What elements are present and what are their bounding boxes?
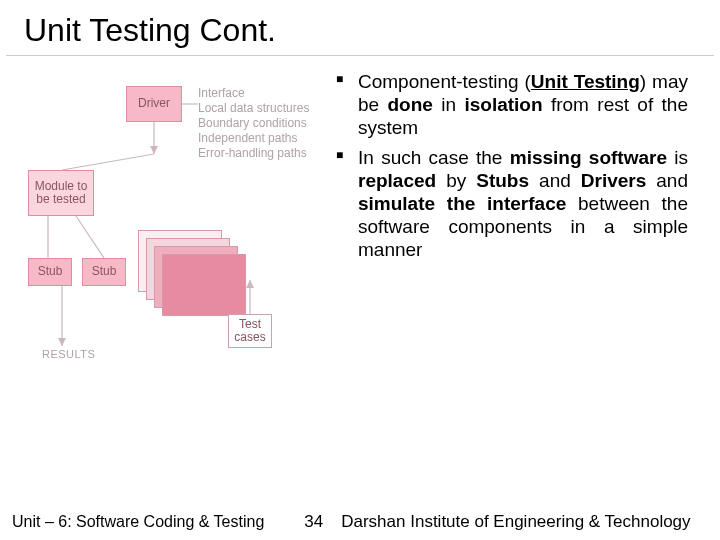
footer-unit: Unit – 6: Software Coding & Testing — [12, 513, 264, 531]
diagram-box-stub-2: Stub — [82, 258, 126, 286]
diagram-box-stub-1: Stub — [28, 258, 72, 286]
footer-institute: Darshan Institute of Engineering & Techn… — [341, 512, 710, 532]
diagram-card-4 — [162, 254, 246, 316]
bullet-item-0: Component-testing (Unit Testing) may be … — [336, 70, 688, 140]
diagram-column: Driver Module to be tested Stub Stub Tes… — [10, 70, 330, 380]
content-area: Driver Module to be tested Stub Stub Tes… — [0, 56, 720, 380]
text-column: Component-testing (Unit Testing) may be … — [330, 70, 710, 380]
footer-page-number: 34 — [304, 512, 323, 532]
bullet-list: Component-testing (Unit Testing) may be … — [336, 70, 688, 261]
diagram-box-driver: Driver — [126, 86, 182, 122]
unit-test-diagram: Driver Module to be tested Stub Stub Tes… — [18, 70, 318, 380]
svg-marker-9 — [246, 280, 254, 288]
svg-marker-1 — [150, 146, 158, 154]
svg-line-2 — [62, 154, 154, 170]
slide-title: Unit Testing Cont. — [6, 0, 714, 56]
bullet-item-1: In such case the missing software is rep… — [336, 146, 688, 262]
diagram-results-label: RESULTS — [42, 348, 95, 362]
diagram-side-list: InterfaceLocal data structuresBoundary c… — [198, 86, 328, 161]
svg-line-5 — [76, 216, 104, 258]
diagram-box-module: Module to be tested — [28, 170, 94, 216]
diagram-box-testcases: Test cases — [228, 314, 272, 348]
svg-marker-7 — [58, 338, 66, 346]
slide-footer: Unit – 6: Software Coding & Testing 34 D… — [0, 506, 720, 540]
